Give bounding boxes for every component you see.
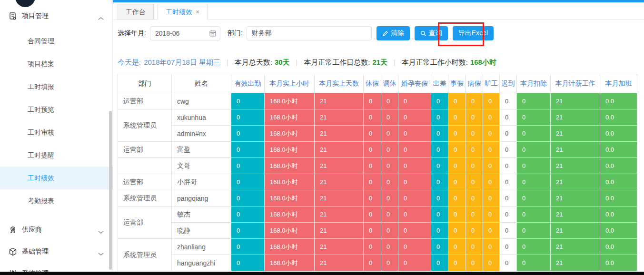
value-cell: 0	[431, 158, 448, 174]
value-cell: 0	[398, 142, 431, 158]
sidebar-item-考勤报表[interactable]: 考勤报表	[0, 189, 112, 212]
sidebar-item-label: 供应商	[22, 226, 98, 234]
value-cell: 0	[466, 223, 483, 239]
sidebar-item-工时审核[interactable]: 工时审核	[0, 121, 112, 144]
value-cell: 0	[364, 255, 381, 271]
column-header: 婚孕丧假	[398, 74, 431, 93]
value-cell: 0.0	[600, 239, 637, 255]
value-cell: 21	[315, 142, 364, 158]
value-cell: 0	[448, 206, 466, 223]
column-header: 本月计薪工作	[551, 74, 600, 93]
month-label: 选择年月:	[118, 29, 146, 38]
column-header: 病假	[466, 74, 483, 93]
clear-button[interactable]: 清除	[376, 26, 410, 40]
value-cell: 168.0小时	[265, 93, 315, 109]
column-header: 迟到	[500, 74, 517, 93]
value-cell: 0	[231, 255, 265, 271]
value-cell: 0	[483, 190, 500, 206]
performance-table: 部门姓名有效出勤本月实上小时本月实上天数休假调休婚孕丧假出差事假病假旷工迟到本月…	[118, 74, 637, 271]
value-cell: 0	[500, 255, 517, 271]
column-header: 有效出勤	[231, 74, 265, 93]
value-cell: 0	[431, 174, 448, 190]
value-cell: 21	[551, 158, 600, 174]
value-cell: 0	[466, 93, 483, 109]
value-cell: 0.0	[600, 126, 637, 142]
clear-button-label: 清除	[391, 29, 404, 38]
calendar-icon[interactable]	[209, 29, 217, 37]
value-cell: 0	[448, 190, 466, 206]
value-cell: 21	[315, 190, 364, 206]
value-cell: 0	[431, 190, 448, 206]
value-cell: 0	[431, 93, 448, 109]
sidebar-item-工时绩效[interactable]: 工时绩效	[0, 167, 112, 189]
value-cell: 0	[431, 142, 448, 158]
column-header: 调休	[381, 74, 398, 93]
column-header: 旷工	[483, 74, 500, 93]
dept-cell: 运营部	[118, 206, 172, 239]
value-cell: 0	[231, 206, 265, 223]
sidebar-item-供应商[interactable]: 供应商	[0, 219, 112, 241]
value-cell: 0	[483, 109, 500, 126]
value-cell: 0	[364, 142, 381, 158]
value-cell: 0	[517, 109, 551, 126]
value-cell: 168.0小时	[265, 158, 315, 174]
value-cell: 168.0小时	[265, 174, 315, 190]
search-button[interactable]: 查询	[415, 26, 448, 40]
table-row: 文哥0168.0小时21000000000210.0	[118, 158, 637, 174]
value-cell: 0	[231, 190, 265, 206]
dept-cell: 运营部	[118, 93, 172, 109]
value-cell: 0	[517, 239, 551, 255]
sidebar-item-工时提醒[interactable]: 工时提醒	[0, 144, 112, 167]
value-cell: 0	[431, 255, 448, 271]
sidebar-scrollbar-thumb[interactable]	[109, 111, 112, 270]
value-cell: 0	[398, 109, 431, 126]
separator: |	[394, 59, 396, 66]
cube-icon	[9, 247, 17, 256]
sidebar-item-工时填报[interactable]: 工时填报	[0, 75, 112, 98]
sidebar-item-工时预览[interactable]: 工时预览	[0, 98, 112, 121]
tab-worktime-performance[interactable]: 工时绩效×	[158, 4, 208, 20]
value-cell: 0	[448, 174, 466, 190]
value-cell: 0	[231, 174, 265, 190]
value-cell: 0.0	[600, 174, 637, 190]
summary-bar: 今天是: 2018年07月18日 星期三 | 本月总天数: 30天 | 本月正常…	[113, 57, 644, 68]
value-cell: 0	[364, 239, 381, 255]
value-cell: 0	[381, 109, 398, 126]
value-cell: 0	[517, 142, 551, 158]
value-cell: 0.0	[600, 158, 637, 174]
value-cell: 0	[483, 255, 500, 271]
tab-workbench[interactable]: 工作台	[118, 4, 154, 20]
sidebar-item-合同管理[interactable]: 合同管理	[0, 29, 112, 52]
value-cell: 0	[398, 206, 431, 223]
value-cell: 0	[398, 126, 431, 142]
value-cell: 0	[483, 93, 500, 109]
value-cell: 0	[231, 158, 265, 174]
value-cell: 0	[517, 255, 551, 271]
summary-item-value: 30天	[275, 58, 290, 67]
close-icon[interactable]: ×	[196, 8, 199, 16]
name-cell: admin#nx	[172, 126, 231, 142]
value-cell: 21	[315, 174, 364, 190]
dept-cell: 运营部	[118, 142, 172, 158]
sidebar-item-项目档案[interactable]: 项目档案	[0, 52, 112, 75]
value-cell: 168.0小时	[265, 239, 315, 255]
value-cell: 0	[466, 255, 483, 271]
table-row: 系统管理员xukunhua0168.0小时21000000000210.0	[118, 109, 637, 126]
summary-item-label: 本月正常工作小时数:	[402, 58, 468, 67]
value-cell: 0	[431, 239, 448, 255]
value-cell: 21	[315, 206, 364, 223]
value-cell: 168.0小时	[265, 206, 315, 223]
dept-cell: 系统管理员	[118, 190, 172, 206]
dept-input[interactable]	[247, 26, 372, 40]
sidebar-item-project-management[interactable]: 项目管理	[0, 9, 112, 24]
value-cell: 0	[483, 126, 500, 142]
sidebar-item-label: 基础管理	[22, 247, 98, 256]
value-cell: 0	[500, 190, 517, 206]
value-cell: 21	[551, 126, 600, 142]
table-row: admin#nx0168.0小时21000000000210.0	[118, 126, 637, 142]
sidebar-item-基础管理[interactable]: 基础管理	[0, 241, 112, 263]
export-excel-button[interactable]: 导出Excel	[453, 26, 494, 40]
value-cell: 168.0小时	[265, 109, 315, 126]
value-cell: 0	[398, 174, 431, 190]
value-cell: 21	[315, 223, 364, 239]
